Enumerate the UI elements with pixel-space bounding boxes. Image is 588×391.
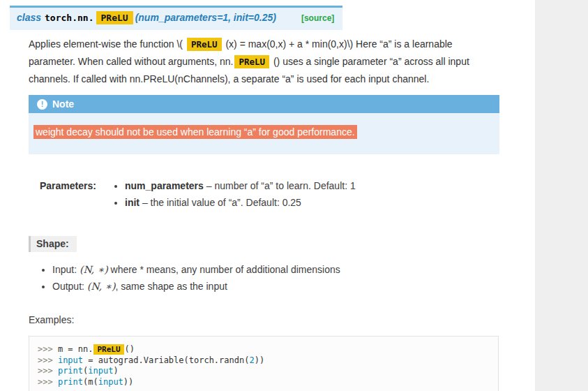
- parameters-list: num_parameters – number of “a” to learn.…: [125, 177, 356, 211]
- class-keyword: class: [17, 12, 41, 23]
- docs-page: classtorch.nn.PReLU(num_parameters=1, in…: [0, 0, 588, 391]
- parameters-field: Parameters: num_parameters – number of “…: [29, 177, 499, 211]
- class-description: Applies element-wise the function \( PRe…: [29, 36, 495, 87]
- note-title-text: Note: [52, 95, 74, 113]
- class-signature: classtorch.nn.PReLU(num_parameters=1, in…: [10, 6, 342, 30]
- note-admonition: ! Note weight decay should not be used w…: [29, 95, 499, 154]
- code-line: >>> m = nn.PReLU(): [38, 344, 490, 355]
- shape-item-rest: where * means, any number of additional …: [108, 264, 340, 275]
- parameter-description: – number of “a” to learn. Default: 1: [204, 180, 356, 191]
- class-name-search-highlight: PReLU: [96, 11, 133, 24]
- shape-math: (N, ∗): [80, 264, 108, 275]
- parameter-name: init: [125, 197, 140, 208]
- info-circle-icon: !: [37, 99, 47, 110]
- content-area: classtorch.nn.PReLU(num_parameters=1, in…: [10, 6, 529, 391]
- current-search-highlight: weight decay should not be used when lea…: [33, 125, 357, 139]
- class-prefix: torch.nn.: [45, 13, 93, 23]
- shape-item-input: Input: (N, ∗) where * means, any number …: [52, 261, 499, 278]
- class-params: (num_parameters=1, init=0.25): [135, 12, 276, 23]
- shape-heading-text: Shape:: [36, 238, 69, 249]
- parameter-item-init: init – the initial value of “a”. Default…: [125, 194, 356, 211]
- code-line: >>> print(input): [38, 366, 490, 377]
- shape-list: Input: (N, ∗) where * means, any number …: [52, 261, 499, 295]
- class-doc-body: Applies element-wise the function \( PRe…: [29, 36, 499, 391]
- code-line: >>> input = autograd.Variable(torch.rand…: [38, 355, 490, 367]
- code-example: >>> m = nn.PReLU() >>> input = autograd.…: [29, 336, 499, 391]
- parameter-name: num_parameters: [125, 180, 204, 191]
- examples-label: Examples:: [29, 314, 499, 325]
- shape-item-rest: , same shape as the input: [116, 281, 227, 292]
- parameter-description: – the initial value of “a”. Default: 0.2…: [140, 197, 301, 208]
- parameter-item-num-parameters: num_parameters – number of “a” to learn.…: [125, 177, 356, 194]
- note-header: ! Note: [29, 95, 499, 113]
- shape-heading: Shape:: [29, 236, 77, 252]
- shape-item-prefix: Input:: [52, 264, 80, 275]
- shape-item-output: Output: (N, ∗), same shape as the input: [52, 278, 499, 295]
- source-link[interactable]: [source]: [301, 13, 334, 23]
- parameters-label: Parameters:: [40, 177, 107, 211]
- note-body: weight decay should not be used when lea…: [29, 113, 499, 154]
- code-line: >>> print(m(input)): [38, 377, 490, 388]
- page-gutter: [535, 0, 588, 391]
- shape-math: (N, ∗): [87, 281, 116, 292]
- shape-item-prefix: Output:: [52, 281, 87, 292]
